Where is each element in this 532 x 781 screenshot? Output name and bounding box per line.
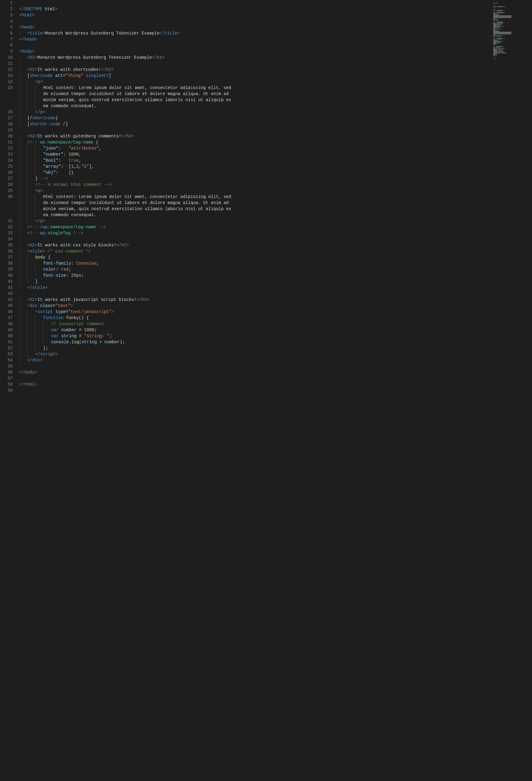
code-line[interactable] bbox=[19, 42, 532, 48]
line-number: 27 bbox=[0, 175, 13, 181]
line-number: 50 bbox=[0, 333, 13, 339]
code-line[interactable]: <!-- wp:namespace/tag-name { bbox=[19, 139, 532, 145]
code-line-wrap[interactable]: ea commodo consequat. bbox=[19, 212, 532, 218]
code-line[interactable]: body { bbox=[19, 254, 532, 260]
code-line[interactable]: </p> bbox=[19, 109, 532, 115]
code-line[interactable]: [/shortcode] bbox=[19, 115, 532, 121]
line-number-gutter: 123456789101112131415 161718192021222324… bbox=[0, 0, 18, 781]
code-line[interactable] bbox=[19, 375, 532, 381]
code-line[interactable]: </style> bbox=[19, 285, 532, 291]
code-line[interactable]: <head> bbox=[19, 24, 532, 30]
code-line[interactable] bbox=[19, 0, 532, 6]
line-number: 35 bbox=[0, 242, 13, 248]
code-line[interactable]: <html> bbox=[19, 12, 532, 18]
minimap[interactable] bbox=[493, 2, 527, 63]
code-line[interactable]: var number = 1000; bbox=[19, 327, 532, 333]
line-number: 52 bbox=[0, 345, 13, 351]
code-line[interactable]: <body> bbox=[19, 48, 532, 54]
code-line[interactable]: <h2>It works with css style blocks!</h2> bbox=[19, 242, 532, 248]
code-line[interactable]: <div class="test"> bbox=[19, 303, 532, 309]
line-number: 48 bbox=[0, 321, 13, 327]
code-line[interactable]: <p> bbox=[19, 188, 532, 194]
code-line[interactable]: }; bbox=[19, 345, 532, 351]
code-line-wrap[interactable]: minim veniam, quis nostrud exercitation … bbox=[19, 97, 532, 103]
line-number: 11 bbox=[0, 60, 13, 67]
code-line[interactable]: } --> bbox=[19, 175, 532, 181]
line-number: 39 bbox=[0, 266, 13, 273]
code-line[interactable]: Html content: Lorem ipsum dolor sit amet… bbox=[19, 194, 532, 200]
code-line[interactable]: <!-- A normal html comment --> bbox=[19, 181, 532, 188]
code-line[interactable]: console.log(string + number); bbox=[19, 339, 532, 345]
code-line[interactable]: </p> bbox=[19, 218, 532, 224]
line-number-continuation bbox=[0, 103, 13, 109]
code-line[interactable]: "bool": true, bbox=[19, 157, 532, 163]
line-number: 10 bbox=[0, 54, 13, 60]
line-number: 28 bbox=[0, 181, 13, 188]
code-line[interactable]: } bbox=[19, 279, 532, 285]
code-line[interactable]: <title>Monarch Wordpress Gutenberg Token… bbox=[19, 30, 532, 36]
line-number: 7 bbox=[0, 36, 13, 42]
code-line[interactable]: <!DOCTYPE html> bbox=[19, 6, 532, 12]
code-line[interactable]: </head> bbox=[19, 36, 532, 42]
line-number-continuation bbox=[0, 97, 13, 103]
code-line[interactable]: color: red; bbox=[19, 266, 532, 273]
line-number: 15 bbox=[0, 85, 13, 91]
line-number: 2 bbox=[0, 6, 13, 12]
code-line[interactable]: <h2>It works with shortcodes!</h2> bbox=[19, 67, 532, 73]
code-editor-content[interactable]: <!DOCTYPE html><html> <head> <title>Mona… bbox=[18, 0, 532, 781]
code-line[interactable]: <!-- wp:singleTag /--> bbox=[19, 230, 532, 236]
code-line[interactable]: var string = "string: "; bbox=[19, 333, 532, 339]
code-line[interactable]: font-size: 25px; bbox=[19, 273, 532, 279]
code-line[interactable] bbox=[19, 18, 532, 24]
line-number: 57 bbox=[0, 375, 13, 381]
code-line[interactable]: <!-- /wp:namespace/tag-name --> bbox=[19, 224, 532, 230]
code-line[interactable]: </body> bbox=[19, 369, 532, 375]
code-line-wrap[interactable]: do eiusmod tempor incididunt ut labore e… bbox=[19, 200, 532, 206]
line-number: 19 bbox=[0, 127, 13, 133]
line-number: 16 bbox=[0, 109, 13, 115]
code-line[interactable]: "obj": {} bbox=[19, 169, 532, 175]
code-line[interactable] bbox=[19, 291, 532, 297]
line-number: 25 bbox=[0, 163, 13, 169]
code-line[interactable]: Html content: Lorem ipsum dolor sit amet… bbox=[19, 85, 532, 91]
code-line[interactable]: <h2>It works with javascript script bloc… bbox=[19, 297, 532, 303]
code-line[interactable]: </script> bbox=[19, 351, 532, 357]
code-line[interactable]: // javascript comment bbox=[19, 321, 532, 327]
code-line-wrap[interactable]: ea commodo consequat. bbox=[19, 103, 532, 109]
code-line[interactable]: font-family: Consolas; bbox=[19, 260, 532, 266]
code-line[interactable]: <style> /* css comment */ bbox=[19, 248, 532, 254]
code-line[interactable] bbox=[19, 363, 532, 369]
line-number: 17 bbox=[0, 115, 13, 121]
code-line[interactable] bbox=[19, 127, 532, 133]
line-number: 54 bbox=[0, 357, 13, 363]
code-line[interactable]: <p> bbox=[19, 79, 532, 85]
code-line[interactable]: function funky() { bbox=[19, 315, 532, 321]
code-line[interactable]: </html> bbox=[19, 381, 532, 387]
line-number: 55 bbox=[0, 363, 13, 369]
code-line[interactable]: </div> bbox=[19, 357, 532, 363]
code-line[interactable]: <h1>Monarch Wordpress Gutenberg Tokenize… bbox=[19, 54, 532, 60]
code-line[interactable]: [shorter-code /] bbox=[19, 121, 532, 127]
code-line[interactable] bbox=[19, 387, 532, 394]
line-number: 33 bbox=[0, 230, 13, 236]
line-number: 37 bbox=[0, 254, 13, 260]
code-line-wrap[interactable]: do eiusmod tempor incididunt ut labore e… bbox=[19, 91, 532, 97]
code-line[interactable]: <script type="text/javascript"> bbox=[19, 309, 532, 315]
code-line[interactable]: "json": "attributes", bbox=[19, 145, 532, 151]
code-line[interactable]: [shortcode att="thing" singleAtt] bbox=[19, 73, 532, 79]
code-line[interactable] bbox=[19, 236, 532, 242]
line-number-continuation bbox=[0, 91, 13, 97]
code-line[interactable]: <h2>It works with gutenberg comments!</h… bbox=[19, 133, 532, 139]
code-line[interactable] bbox=[19, 60, 532, 67]
line-number: 13 bbox=[0, 73, 13, 79]
line-number: 22 bbox=[0, 145, 13, 151]
line-number: 46 bbox=[0, 309, 13, 315]
code-line-wrap[interactable]: minim veniam, quis nostrud exercitation … bbox=[19, 206, 532, 212]
code-line[interactable]: "number": 1000, bbox=[19, 151, 532, 157]
line-number: 34 bbox=[0, 236, 13, 242]
line-number: 12 bbox=[0, 67, 13, 73]
code-line[interactable]: "array": [1,2,"3"], bbox=[19, 163, 532, 169]
line-number: 5 bbox=[0, 24, 13, 30]
line-number: 8 bbox=[0, 42, 13, 48]
line-number: 51 bbox=[0, 339, 13, 345]
